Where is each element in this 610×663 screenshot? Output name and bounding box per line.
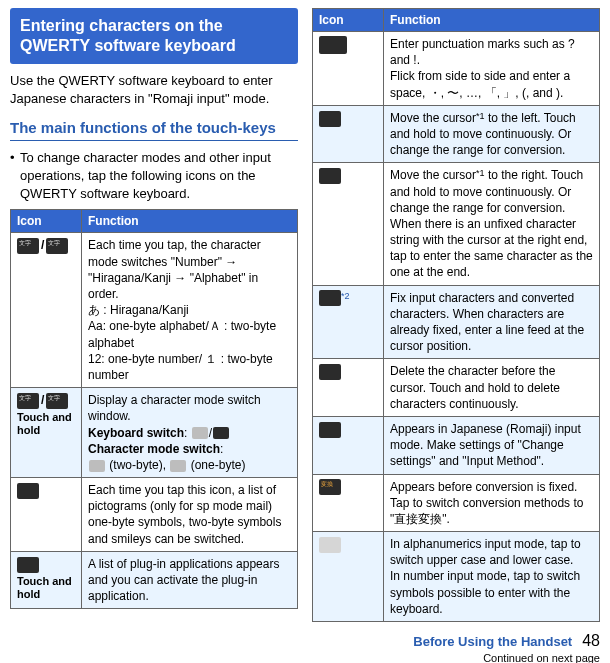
keyboard-icon xyxy=(192,427,208,439)
two-byte-label: (two-byte), xyxy=(106,458,169,472)
func-pre: Move the cursor xyxy=(390,168,476,182)
func-cell: Delete the character before the cursor. … xyxy=(384,359,600,417)
th-function: Function xyxy=(384,9,600,32)
func-cell: Fix input characters and converted chara… xyxy=(384,285,600,359)
page-number: 48 xyxy=(582,632,600,650)
table-row: Appears in Japanese (Romaji) input mode.… xyxy=(313,416,600,474)
th-icon: Icon xyxy=(313,9,384,32)
table-header-row: Icon Function xyxy=(11,210,298,233)
settings-icon xyxy=(319,422,341,438)
footnote-ref: *1 xyxy=(476,111,485,121)
icon-cell xyxy=(313,416,384,474)
page-footer: Before Using the Handset 48 xyxy=(10,632,600,650)
table-row: 文字/文字 Touch and hold Display a character… xyxy=(11,388,298,478)
keyboard-icon xyxy=(213,427,229,439)
table-row: Move the cursor*1 to the right. Touch an… xyxy=(313,163,600,285)
cursor-right-icon xyxy=(319,168,341,184)
mode-switch-icon: 文字 xyxy=(17,238,39,254)
charmode-icon xyxy=(89,460,105,472)
section-heading: Entering characters on the QWERTY softwa… xyxy=(10,8,298,64)
func-cell: Each time you tap this icon, a list of p… xyxy=(82,478,298,552)
table-row: 変換 Appears before conversion is fixed. T… xyxy=(313,474,600,532)
func-post: to the right. Touch and hold to move con… xyxy=(390,168,593,279)
section-name: Before Using the Handset xyxy=(413,634,572,649)
icon-cell: Touch and hold xyxy=(11,551,82,609)
bullet-dot: • xyxy=(10,149,20,204)
mode-switch-icon: 文字 xyxy=(17,393,39,409)
icon-cell xyxy=(11,478,82,552)
punctuation-icon xyxy=(319,36,347,54)
conversion-icon: 変換 xyxy=(319,479,341,495)
func-cell: Move the cursor*1 to the left. Touch and… xyxy=(384,105,600,163)
func-cell: In alphanumerics input mode, tap to swit… xyxy=(384,532,600,622)
plugin-icon xyxy=(17,557,39,573)
icon-cell xyxy=(313,32,384,106)
charmode-icon xyxy=(170,460,186,472)
func-cell: Appears in Japanese (Romaji) input mode.… xyxy=(384,416,600,474)
func-cell: Move the cursor*1 to the right. Touch an… xyxy=(384,163,600,285)
continued-label: Continued on next page xyxy=(10,652,600,663)
icon-cell xyxy=(313,359,384,417)
func-text: Display a character mode switch window. xyxy=(88,393,261,423)
icon-cell: 文字/文字 xyxy=(11,233,82,388)
func-cell: Enter punctuation marks such as ? and !.… xyxy=(384,32,600,106)
table-header-row: Icon Function xyxy=(313,9,600,32)
th-function: Function xyxy=(82,210,298,233)
enter-icon xyxy=(319,290,341,306)
cm-switch-label: Character mode switch xyxy=(88,442,220,456)
icon-cell: *2 xyxy=(313,285,384,359)
table-row: In alphanumerics input mode, tap to swit… xyxy=(313,532,600,622)
func-cell: Appears before conversion is fixed. Tap … xyxy=(384,474,600,532)
func-cell: Each time you tap, the character mode sw… xyxy=(82,233,298,388)
func-cell: A list of plug-in applications appears a… xyxy=(82,551,298,609)
bullet-item: • To change character modes and other in… xyxy=(10,149,298,204)
touch-hold-label: Touch and hold xyxy=(17,411,75,437)
shift-icon xyxy=(319,537,341,553)
icon-cell xyxy=(313,532,384,622)
one-byte-label: (one-byte) xyxy=(187,458,245,472)
table-row: Touch and hold A list of plug-in applica… xyxy=(11,551,298,609)
func-pre: Move the cursor xyxy=(390,111,476,125)
left-icon-table: Icon Function 文字/文字 Each time you tap, t… xyxy=(10,209,298,609)
th-icon: Icon xyxy=(11,210,82,233)
icon-cell: 変換 xyxy=(313,474,384,532)
slash-icon: / xyxy=(41,238,44,252)
mode-switch-icon: 文字 xyxy=(46,393,68,409)
icon-cell xyxy=(313,105,384,163)
intro-text: Use the QWERTY software keyboard to ente… xyxy=(10,72,298,108)
left-column: Entering characters on the QWERTY softwa… xyxy=(10,8,298,622)
slash-icon: / xyxy=(41,393,44,407)
pictogram-icon xyxy=(17,483,39,499)
sub-heading: The main functions of the touch-keys xyxy=(10,118,298,141)
table-row: Enter punctuation marks such as ? and !.… xyxy=(313,32,600,106)
table-row: *2 Fix input characters and converted ch… xyxy=(313,285,600,359)
footnote-ref: *1 xyxy=(476,168,485,178)
table-row: 文字/文字 Each time you tap, the character m… xyxy=(11,233,298,388)
table-row: Each time you tap this icon, a list of p… xyxy=(11,478,298,552)
icon-cell xyxy=(313,163,384,285)
kb-switch-label: Keyboard switch xyxy=(88,426,184,440)
table-row: Move the cursor*1 to the left. Touch and… xyxy=(313,105,600,163)
delete-icon xyxy=(319,364,341,380)
right-icon-table: Icon Function Enter punctuation marks su… xyxy=(312,8,600,622)
func-cell: Display a character mode switch window. … xyxy=(82,388,298,478)
right-column: Icon Function Enter punctuation marks su… xyxy=(312,8,600,622)
footnote-ref: *2 xyxy=(341,291,350,301)
table-row: Delete the character before the cursor. … xyxy=(313,359,600,417)
mode-switch-icon: 文字 xyxy=(46,238,68,254)
touch-hold-label: Touch and hold xyxy=(17,575,75,601)
bullet-text: To change character modes and other inpu… xyxy=(20,149,298,204)
icon-cell: 文字/文字 Touch and hold xyxy=(11,388,82,478)
cursor-left-icon xyxy=(319,111,341,127)
